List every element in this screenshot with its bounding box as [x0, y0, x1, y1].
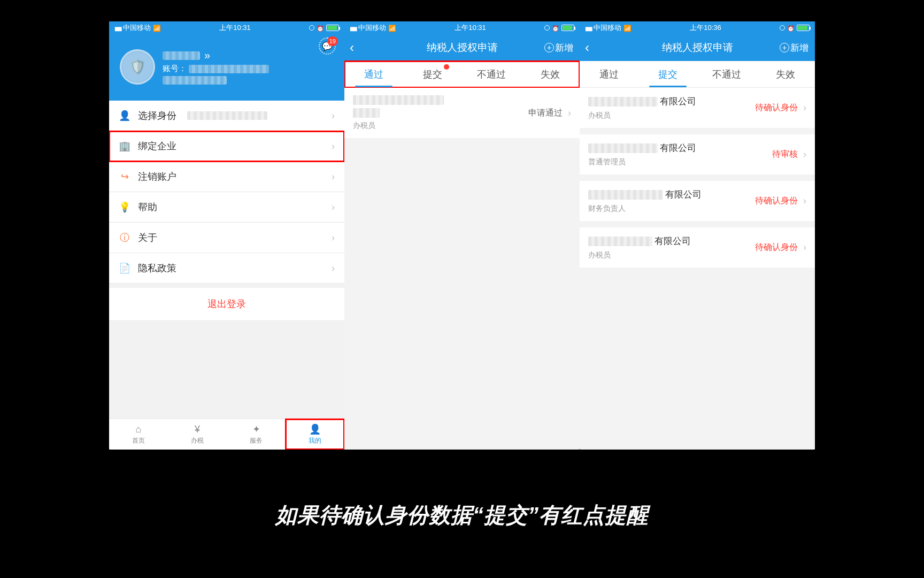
- tab-label: 我的: [309, 436, 321, 445]
- tab-tax[interactable]: ¥ 办税: [168, 419, 227, 450]
- auth-card[interactable]: 有限公司 办税员 待确认身份 ›: [580, 88, 815, 128]
- carrier-label: 中国移动: [594, 23, 621, 33]
- blurred-company: [353, 95, 444, 105]
- auth-card[interactable]: 有限公司 办税员 待确认身份 ›: [580, 227, 815, 268]
- card-role: 办税员: [353, 121, 523, 131]
- status-time: 上午10:31: [455, 23, 486, 33]
- tab-label: 提交: [658, 68, 677, 81]
- auth-card[interactable]: 办税员 申请通过 ›: [344, 88, 580, 138]
- auth-card[interactable]: 有限公司 普通管理员 待审核 ›: [580, 134, 815, 174]
- card-status: 申请通过: [528, 108, 563, 119]
- lightbulb-icon: 💡: [119, 201, 130, 213]
- carrier-label: 中国移动: [358, 23, 386, 33]
- menu-privacy[interactable]: 📄 隐私政策 ›: [109, 253, 344, 284]
- tab-rejected[interactable]: 不通过: [697, 61, 756, 87]
- tab-label: 不通过: [712, 68, 741, 81]
- phone-screen-auth-passed: 中国移动 上午10:31 ‹ 纳税人授权申请 + 新增 通过 提交: [344, 21, 580, 450]
- blurred-company: [588, 143, 658, 153]
- video-subtitle: 如果待确认身份数据“提交”有红点提醒: [0, 500, 924, 530]
- card-role: 财务负责人: [588, 204, 750, 214]
- avatar[interactable]: 🛡️: [120, 49, 155, 85]
- tab-home[interactable]: ⌂ 首页: [109, 419, 168, 450]
- notification-dot: [444, 64, 449, 70]
- wifi-icon: [388, 24, 396, 32]
- card-status: 待确认身份: [755, 195, 798, 207]
- tab-passed[interactable]: 通过: [344, 61, 403, 87]
- page-title: 纳税人授权申请: [662, 41, 733, 55]
- messages-button[interactable]: 💬 19: [319, 37, 336, 55]
- logout-button[interactable]: 退出登录: [109, 284, 344, 324]
- tab-invalid[interactable]: 失效: [756, 61, 815, 87]
- menu-label: 帮助: [138, 201, 157, 214]
- nav-bar: ‹ 纳税人授权申请 + 新增: [580, 34, 815, 61]
- tab-mine[interactable]: 👤 我的: [286, 419, 344, 450]
- card-role: 办税员: [588, 111, 750, 120]
- logout-label: 退出登录: [207, 299, 246, 309]
- status-time: 上午10:31: [219, 23, 251, 33]
- tab-rejected[interactable]: 不通过: [462, 61, 521, 87]
- location-icon: [309, 25, 314, 31]
- plus-icon: +: [544, 43, 554, 52]
- tab-label: 提交: [423, 68, 442, 81]
- wifi-icon: [153, 24, 161, 32]
- menu-select-identity[interactable]: 👤 选择身份 ›: [109, 101, 344, 131]
- tab-label: 不通过: [477, 68, 506, 81]
- add-button[interactable]: + 新增: [544, 34, 573, 61]
- tab-invalid[interactable]: 失效: [521, 61, 580, 87]
- content-area: 办税员 申请通过 ›: [344, 88, 580, 450]
- blurred-company: [588, 97, 658, 107]
- add-button[interactable]: + 新增: [780, 34, 808, 61]
- back-button[interactable]: ‹: [350, 34, 354, 61]
- chevron-right-icon: ›: [803, 149, 806, 160]
- signal-icon: [114, 24, 121, 32]
- tab-label: 首页: [132, 436, 145, 445]
- document-icon: 📄: [119, 262, 130, 274]
- tab-submitted[interactable]: 提交: [638, 61, 697, 87]
- profile-header: 💬 19 🛡️ » 账号：: [109, 34, 344, 101]
- account-label: 账号：: [163, 64, 187, 74]
- tab-passed[interactable]: 通过: [580, 61, 638, 87]
- status-bar: 中国移动 上午10:36: [580, 21, 815, 34]
- chevron-right-icon: ›: [332, 171, 335, 182]
- user-icon: 👤: [119, 110, 130, 121]
- profile-chevron[interactable]: »: [204, 49, 210, 62]
- phone-screen-mine: 中国移动 上午10:31 💬 19 🛡️ »: [109, 21, 344, 450]
- blurred-account: [189, 65, 269, 73]
- location-icon: [544, 25, 550, 31]
- menu-close-account[interactable]: ↪ 注销账户 ›: [109, 162, 344, 192]
- messages-count: 19: [327, 36, 338, 46]
- blurred-name: [163, 51, 200, 60]
- menu-label: 选择身份: [138, 109, 176, 122]
- tab-label: 办税: [191, 436, 204, 445]
- chevron-right-icon: ›: [332, 202, 335, 213]
- person-icon: 👤: [309, 423, 321, 435]
- menu-about[interactable]: ⓘ 关于 ›: [109, 223, 344, 253]
- chevron-right-icon: ›: [332, 141, 335, 152]
- chevron-right-icon: ›: [332, 110, 335, 121]
- back-button[interactable]: ‹: [585, 34, 589, 61]
- status-bar: 中国移动 上午10:31: [344, 21, 580, 34]
- nav-bar: ‹ 纳税人授权申请 + 新增: [344, 34, 580, 61]
- home-icon: ⌂: [136, 424, 142, 435]
- bottom-tabbar: ⌂ 首页 ¥ 办税 ✦ 服务 👤 我的: [109, 419, 344, 450]
- tab-label: 失效: [776, 68, 795, 81]
- signal-icon: [350, 24, 356, 32]
- tab-service[interactable]: ✦ 服务: [227, 419, 286, 450]
- menu-help[interactable]: 💡 帮助 ›: [109, 192, 344, 223]
- page-title: 纳税人授权申请: [427, 41, 498, 55]
- yen-icon: ¥: [195, 424, 200, 435]
- menu-label: 关于: [138, 231, 157, 244]
- company-suffix: 有限公司: [660, 95, 696, 108]
- menu-bind-enterprise[interactable]: 🏢 绑定企业 ›: [109, 131, 344, 162]
- auth-card[interactable]: 有限公司 财务负责人 待确认身份 ›: [580, 181, 815, 221]
- tab-label: 服务: [250, 436, 263, 445]
- blurred-value: [187, 111, 267, 120]
- location-icon: [780, 25, 785, 31]
- seg-tabs: 通过 提交 不通过 失效: [580, 61, 815, 88]
- company-suffix: 有限公司: [660, 142, 696, 154]
- tab-label: 通过: [599, 68, 619, 81]
- carrier-label: 中国移动: [123, 23, 151, 33]
- chevron-right-icon: ›: [332, 263, 335, 274]
- tab-submitted[interactable]: 提交: [403, 61, 462, 87]
- settings-menu: 👤 选择身份 › 🏢 绑定企业 › ↪ 注销账户 › 💡 帮助 › ⓘ: [109, 101, 344, 284]
